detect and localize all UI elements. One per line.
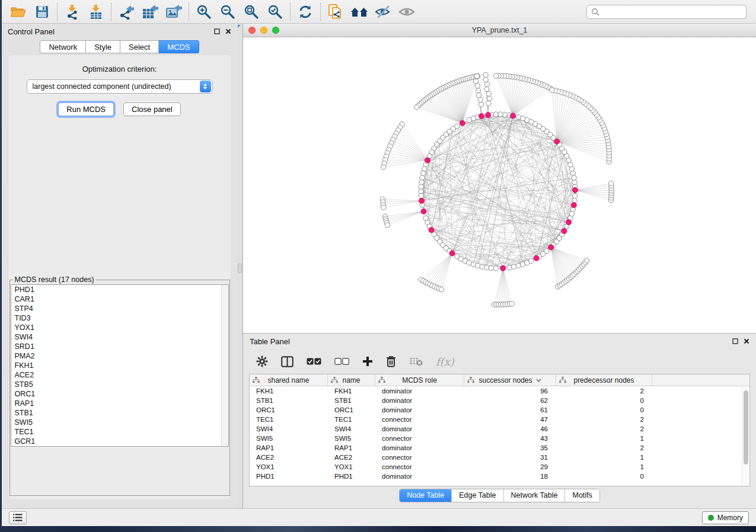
network-node[interactable] <box>484 86 489 91</box>
column-header-successor-nodes[interactable]: successor nodes <box>464 374 556 386</box>
export-table-icon[interactable] <box>138 2 162 21</box>
cell-predecessor-nodes[interactable]: 0 <box>556 406 652 414</box>
mcds-network-node[interactable] <box>429 227 434 233</box>
column-header-shared-name[interactable]: shared name <box>250 374 328 386</box>
mcds-network-node[interactable] <box>562 228 567 233</box>
mcds-result-item[interactable]: ORC1 <box>11 389 228 399</box>
cell-name[interactable]: RAP1 <box>328 444 375 451</box>
column-header-predecessor-nodes[interactable]: predecessor nodes <box>556 374 652 386</box>
table-row[interactable]: YOX1YOX1connector291 <box>250 462 749 472</box>
cell-predecessor-nodes[interactable]: 1 <box>556 463 652 470</box>
network-node[interactable] <box>544 249 549 254</box>
tab-edge-table[interactable]: Edge Table <box>451 489 503 502</box>
cell-MCDS-role[interactable]: dominator <box>375 406 464 414</box>
cell-name[interactable]: ACE2 <box>328 454 375 461</box>
first-neighbors-icon[interactable] <box>347 2 371 21</box>
table-row[interactable]: SWI4SWI4dominator462 <box>250 424 749 434</box>
splitter-collapse-icon[interactable] <box>238 25 241 28</box>
cell-MCDS-role[interactable]: dominator <box>375 473 464 480</box>
cell-shared-name[interactable]: ORC1 <box>250 406 328 414</box>
mcds-result-item[interactable]: STP4 <box>11 304 228 313</box>
splitter-handle[interactable] <box>238 264 242 273</box>
mcds-result-item[interactable]: TID3 <box>11 313 228 323</box>
table-row[interactable]: SWI5SWI5connector431 <box>250 434 749 443</box>
mcds-result-item[interactable]: PHD1 <box>11 285 228 294</box>
tab-network-table[interactable]: Network Table <box>503 489 565 502</box>
cell-successor-nodes[interactable]: 29 <box>464 463 556 470</box>
panel-splitter[interactable] <box>237 24 243 508</box>
table-row[interactable]: FKH1FKH1dominator962 <box>250 386 749 396</box>
network-node[interactable] <box>493 112 498 117</box>
tab-mcds[interactable]: MCDS <box>159 40 199 53</box>
cell-successor-nodes[interactable]: 18 <box>464 473 556 480</box>
cell-predecessor-nodes[interactable]: 2 <box>556 387 652 395</box>
network-node[interactable] <box>476 88 480 93</box>
tab-motifs[interactable]: Motifs <box>564 489 599 502</box>
cell-name[interactable]: YOX1 <box>328 463 375 470</box>
network-node[interactable] <box>550 88 554 92</box>
network-window-titlebar[interactable]: YPA_prune.txt_1 <box>243 24 756 37</box>
cell-predecessor-nodes[interactable]: 2 <box>556 416 652 423</box>
mcds-network-node[interactable] <box>572 187 578 193</box>
network-node[interactable] <box>414 105 419 110</box>
table-row[interactable]: ORC1ORC1dominator610 <box>250 405 749 415</box>
list-scrollbar[interactable] <box>221 285 228 446</box>
cell-successor-nodes[interactable]: 35 <box>464 444 556 451</box>
network-node[interactable] <box>493 73 498 78</box>
cell-MCDS-role[interactable]: dominator <box>375 444 464 451</box>
cell-name[interactable]: TEC1 <box>328 416 375 423</box>
mcds-network-node[interactable] <box>421 209 426 214</box>
cell-name[interactable]: ORC1 <box>328 406 375 414</box>
network-node[interactable] <box>516 114 521 119</box>
cell-MCDS-role[interactable]: dominator <box>375 425 464 432</box>
zoom-fit-icon[interactable] <box>240 2 263 21</box>
mcds-result-item[interactable]: STB5 <box>11 380 228 389</box>
mcds-network-node[interactable] <box>554 139 560 144</box>
cell-predecessor-nodes[interactable]: 2 <box>556 425 652 432</box>
network-node[interactable] <box>483 77 488 82</box>
network-node[interactable] <box>420 175 425 180</box>
table-row[interactable]: TEC1TEC1connector472 <box>250 415 749 424</box>
mcds-result-item[interactable]: ACE2 <box>11 370 228 380</box>
mcds-result-item[interactable]: SRD1 <box>11 342 228 351</box>
network-node[interactable] <box>476 263 480 268</box>
float-panel-icon[interactable] <box>214 28 220 34</box>
network-node[interactable] <box>493 266 498 271</box>
cell-name[interactable]: SWI4 <box>328 425 375 432</box>
export-image-icon[interactable] <box>162 2 186 21</box>
network-node[interactable] <box>512 264 516 269</box>
tab-select[interactable]: Select <box>120 40 159 53</box>
zoom-in-icon[interactable] <box>192 2 216 21</box>
open-session-icon[interactable] <box>7 2 30 21</box>
cell-predecessor-nodes[interactable]: 0 <box>556 473 652 480</box>
network-node[interactable] <box>419 189 423 194</box>
mcds-result-item[interactable]: GCR1 <box>11 437 228 446</box>
cell-predecessor-nodes[interactable]: 2 <box>556 444 652 451</box>
cell-shared-name[interactable]: ACE2 <box>250 454 328 461</box>
mcds-network-node[interactable] <box>511 113 516 118</box>
cell-successor-nodes[interactable]: 62 <box>464 397 556 404</box>
table-row[interactable]: ACE2ACE2connector311 <box>250 453 749 462</box>
cell-name[interactable]: FKH1 <box>328 387 375 395</box>
cell-predecessor-nodes[interactable]: 0 <box>556 397 652 404</box>
hide-selected-icon[interactable] <box>371 2 395 21</box>
cell-successor-nodes[interactable]: 43 <box>464 435 556 442</box>
mcds-network-node[interactable] <box>419 198 424 203</box>
table-row[interactable]: PHD1PHD1dominator180 <box>250 472 749 481</box>
cell-MCDS-role[interactable]: connector <box>375 416 464 423</box>
network-node[interactable] <box>483 72 488 77</box>
network-node[interactable] <box>480 264 484 269</box>
network-node[interactable] <box>439 287 444 291</box>
cell-shared-name[interactable]: SWI4 <box>250 425 328 432</box>
network-node[interactable] <box>509 301 514 306</box>
mcds-network-node[interactable] <box>500 265 506 271</box>
network-node[interactable] <box>486 101 491 105</box>
network-node[interactable] <box>484 265 489 270</box>
tab-network[interactable]: Network <box>40 40 86 53</box>
scrollbar-thumb[interactable] <box>744 390 748 464</box>
delete-table-icon[interactable] <box>409 357 423 366</box>
cell-MCDS-role[interactable]: connector <box>375 463 464 470</box>
network-node[interactable] <box>476 93 481 98</box>
save-session-icon[interactable] <box>30 2 54 21</box>
network-node[interactable] <box>479 102 483 107</box>
